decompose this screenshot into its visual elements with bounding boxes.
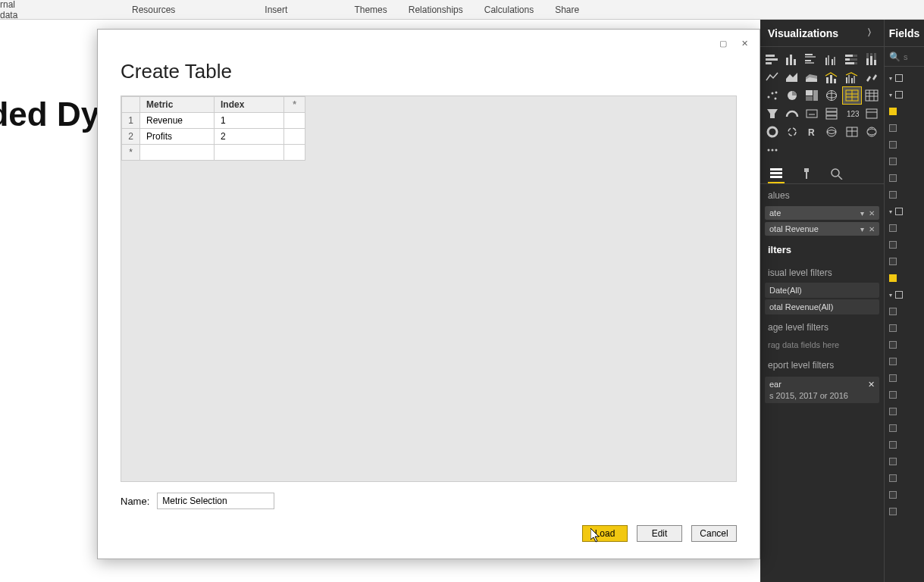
close-icon[interactable]: ✕ [734,36,755,51]
kpi-icon[interactable]: 123 [843,105,861,122]
cell-index[interactable]: 2 [215,129,284,145]
table-name-input[interactable] [157,493,274,509]
list-item[interactable] [885,186,924,203]
list-item[interactable] [885,270,924,286]
matrix-icon[interactable] [863,87,881,104]
treemap-icon[interactable] [803,87,821,104]
remove-field-icon[interactable]: ✕ [869,225,875,233]
chevron-down-icon[interactable]: ▾ [860,225,864,233]
fields-table-node[interactable]: ▾ [885,203,924,220]
hundred-stacked-bar-icon[interactable] [843,51,861,67]
header-add-column[interactable]: * [284,97,305,113]
ribbon-tab-relationships[interactable]: Relationships [398,0,474,19]
table-alt-icon[interactable] [843,124,861,140]
cell-metric[interactable]: Revenue [140,113,215,129]
scatter-chart-icon[interactable] [763,87,781,104]
table-row[interactable]: 1 Revenue 1 [122,113,305,129]
list-item[interactable] [885,153,924,170]
list-item[interactable] [885,487,924,503]
list-item[interactable] [885,170,924,186]
line-clustered-column-icon[interactable] [843,69,861,86]
chevron-down-icon[interactable]: ▾ [860,209,864,217]
arcgis-map-icon[interactable] [863,124,881,140]
hundred-stacked-column-icon[interactable] [863,51,881,67]
list-item[interactable] [885,503,924,520]
stacked-area-icon[interactable] [803,69,821,86]
cell-metric[interactable]: Profits [140,129,215,145]
clustered-bar-icon[interactable] [803,51,821,67]
chevron-right-icon[interactable]: 〉 [867,27,876,39]
card-icon[interactable] [803,105,821,122]
ellipsis-icon[interactable] [763,142,781,158]
line-chart-icon[interactable] [763,69,781,86]
clustered-column-icon[interactable] [822,51,841,67]
ribbon-tab-themes[interactable]: Themes [343,0,397,19]
funnel-icon[interactable] [763,105,781,122]
table-new-row[interactable]: * [122,145,305,161]
fields-table-node[interactable]: ▾ [885,286,924,303]
fields-tab-icon[interactable] [768,167,785,183]
list-item[interactable] [885,353,924,370]
waterfall-icon[interactable] [783,124,801,140]
filter-total-revenue[interactable]: otal Revenue(All) [765,299,879,314]
ribbon-tab-external-data[interactable]: rnal data [0,0,45,19]
list-item[interactable] [885,320,924,336]
stacked-bar-icon[interactable] [763,51,781,67]
list-item[interactable] [885,386,924,403]
list-item[interactable] [885,403,924,420]
header-metric[interactable]: Metric [140,97,215,113]
report-filter-year[interactable]: ear ✕ s 2015, 2017 or 2016 [765,377,879,403]
analytics-tab-icon[interactable] [828,167,845,183]
list-item[interactable] [885,120,924,136]
list-item[interactable] [885,103,924,120]
list-item[interactable] [885,470,924,487]
fields-table-node[interactable]: ▾ [885,70,924,86]
cell-extra[interactable] [284,129,305,145]
slicer-icon[interactable] [863,105,881,122]
gauge-icon[interactable] [783,105,801,122]
pie-chart-icon[interactable] [783,87,801,104]
remove-field-icon[interactable]: ✕ [869,209,875,217]
donut-chart-icon[interactable] [763,124,781,140]
ribbon-chart-icon[interactable] [863,69,881,86]
edit-button[interactable]: Edit [637,525,682,542]
fields-search-input[interactable] [904,52,919,61]
field-pill-total-revenue[interactable]: otal Revenue ▾✕ [765,222,879,236]
table-row[interactable]: 2 Profits 2 [122,129,305,145]
fields-table-node[interactable]: ▾ [885,86,924,103]
fields-tree[interactable]: ▾ ▾ ▾ ▾ [885,67,924,523]
filled-map-icon[interactable] [822,124,841,140]
maximize-icon[interactable]: ▢ [713,36,734,51]
list-item[interactable] [885,420,924,436]
area-chart-icon[interactable] [783,69,801,86]
visualizations-header[interactable]: Visualizations 〉 [760,20,884,47]
multirow-card-icon[interactable] [822,105,841,122]
remove-filter-icon[interactable]: ✕ [868,380,875,390]
fields-search[interactable]: 🔍 [885,47,924,67]
map-icon[interactable] [822,87,841,104]
data-entry-table[interactable]: Metric Index * 1 Revenue 1 2 Profits [121,96,305,161]
ribbon-tab-share[interactable]: Share [544,0,590,19]
filter-date[interactable]: Date(All) [765,283,879,298]
cell-index[interactable]: 1 [215,113,284,129]
cell-metric[interactable] [140,145,215,161]
table-visual-icon[interactable] [843,87,861,104]
list-item[interactable] [885,453,924,470]
cell-extra[interactable] [284,145,305,161]
list-item[interactable] [885,136,924,153]
ribbon-tab-calculations[interactable]: Calculations [474,0,544,19]
list-item[interactable] [885,303,924,320]
cell-extra[interactable] [284,113,305,129]
load-button[interactable]: Load [582,525,628,542]
ribbon-tab-resources[interactable]: Resources [121,0,186,19]
r-visual-icon[interactable]: R [803,124,821,140]
header-index[interactable]: Index [215,97,284,113]
table-grid-area[interactable]: Metric Index * 1 Revenue 1 2 Profits [121,95,737,482]
list-item[interactable] [885,370,924,386]
field-pill-date[interactable]: ate ▾✕ [765,206,879,220]
cell-index[interactable] [215,145,284,161]
list-item[interactable] [885,253,924,270]
list-item[interactable] [885,336,924,353]
list-item[interactable] [885,436,924,453]
list-item[interactable] [885,236,924,253]
